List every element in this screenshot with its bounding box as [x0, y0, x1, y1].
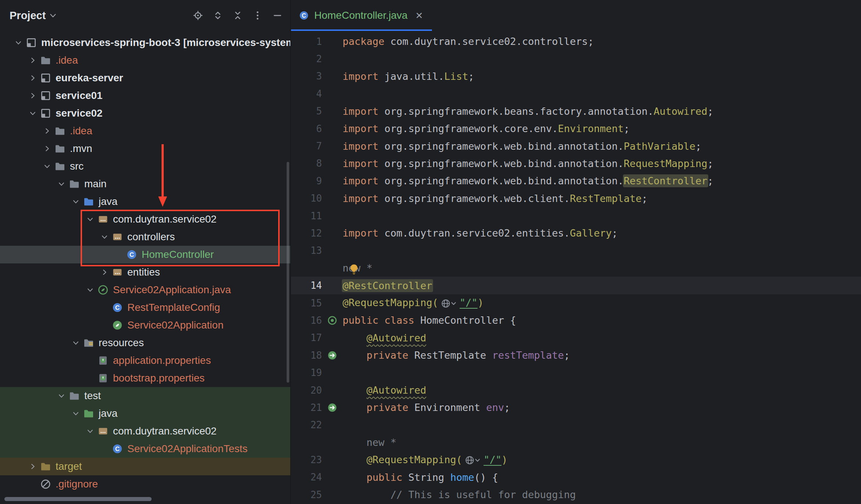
code-text[interactable]: @RequestMapping("/")	[343, 297, 483, 309]
tree-item-resttemplateconfig[interactable]: CRestTemplateConfig	[0, 299, 290, 316]
tree-horizontal-scrollbar[interactable]	[4, 497, 152, 501]
code-text[interactable]: new *	[343, 262, 372, 274]
chevron-right-icon[interactable]	[40, 142, 54, 155]
tree-item-com-duytran-service02[interactable]: com.duytran.service02	[0, 422, 290, 440]
code-text[interactable]: import org.springframework.web.bind.anno…	[343, 158, 713, 169]
code-text[interactable]: import org.springframework.web.client.Re…	[343, 193, 648, 204]
tree-item-java[interactable]: java	[0, 405, 290, 422]
expand-all-icon[interactable]	[212, 10, 223, 21]
code-text[interactable]: import java.util.List;	[343, 71, 474, 82]
intention-bulb-icon[interactable]	[348, 263, 360, 276]
autowired-gutter-icon[interactable]	[322, 350, 343, 361]
code-text[interactable]: import org.springframework.web.bind.anno…	[343, 175, 713, 187]
code-token: org.springframework.web.bind.annotation.	[379, 141, 624, 152]
tree-item-service02application-java[interactable]: Service02Application.java	[0, 281, 290, 299]
collapse-all-icon[interactable]	[232, 10, 243, 21]
hide-icon[interactable]	[272, 10, 283, 21]
code-text[interactable]: import com.duytran.service02.entities.Ga…	[343, 227, 618, 239]
code-token: RestTemplate	[570, 193, 642, 204]
code-text[interactable]: import org.springframework.beans.factory…	[343, 106, 713, 117]
url-mapping-inlay-icon[interactable]	[440, 298, 457, 309]
tree-item-eureka-server[interactable]: eureka-server	[0, 69, 290, 87]
code-token: import	[343, 71, 379, 82]
chevron-down-icon[interactable]	[68, 407, 83, 420]
code-text[interactable]: // This is useful for debugging	[343, 489, 576, 500]
code-text[interactable]: @RestController	[343, 280, 432, 291]
tree-item-test[interactable]: test	[0, 387, 290, 405]
tree-item-main[interactable]: main	[0, 175, 290, 193]
tree-item-service02applicationtests[interactable]: CService02ApplicationTests	[0, 440, 290, 458]
chevron-down-icon[interactable]	[68, 195, 83, 208]
code-text[interactable]: public String home() {	[343, 472, 498, 483]
tree-item-service02[interactable]: service02	[0, 104, 290, 122]
tree-item-homecontroller[interactable]: CHomeController	[0, 246, 290, 263]
spring-bean-gutter-icon[interactable]	[322, 315, 343, 326]
tree-vertical-scrollbar[interactable]	[287, 162, 289, 383]
tree-item-src[interactable]: src	[0, 157, 290, 175]
tree-item-label: Service02Application	[127, 319, 224, 331]
project-panel-title[interactable]: Project	[10, 10, 46, 22]
tree-item-label: controllers	[127, 231, 175, 243]
chevron-down-icon[interactable]	[25, 107, 40, 120]
code-text[interactable]: @RequestMapping("/")	[343, 454, 507, 466]
tree-item-idea[interactable]: .idea	[0, 52, 290, 69]
code-line-7: 7import org.springframework.web.bind.ann…	[291, 137, 861, 155]
chevron-down-icon[interactable]	[11, 36, 25, 49]
chevron-down-icon[interactable]	[54, 177, 68, 191]
code-token: org.springframework.web.bind.annotation.	[379, 158, 624, 169]
code-token: import	[343, 106, 379, 117]
tab-homecontroller-java[interactable]: C HomeController.java ✕	[291, 0, 432, 31]
tree-item-resources[interactable]: resources	[0, 334, 290, 352]
chevron-down-icon[interactable]	[83, 425, 97, 438]
tab-close-icon[interactable]: ✕	[415, 10, 423, 21]
tree-item-entities[interactable]: entities	[0, 263, 290, 281]
tree-item-label: java	[99, 196, 117, 207]
chevron-down-icon[interactable]	[40, 160, 54, 173]
code-text[interactable]: private RestTemplate restTemplate;	[343, 349, 570, 361]
chevron-down-icon[interactable]	[83, 213, 97, 226]
tree-item-idea[interactable]: .idea	[0, 122, 290, 140]
autowired-gutter-icon[interactable]	[322, 402, 343, 413]
url-mapping-inlay-icon[interactable]	[464, 455, 481, 466]
chevron-right-icon[interactable]	[97, 266, 111, 279]
tree-item-label: .idea	[70, 125, 92, 137]
more-icon[interactable]	[252, 10, 263, 21]
tree-item-target[interactable]: target	[0, 458, 290, 475]
code-text[interactable]: @Autowired	[343, 384, 426, 396]
tree-item-service01[interactable]: service01	[0, 87, 290, 104]
code-text[interactable]: import org.springframework.web.bind.anno…	[343, 141, 701, 152]
tree-item-microservices-spring-boot-3-microservices-system[interactable]: microservices-spring-boot-3 [microservic…	[0, 34, 290, 52]
code-text[interactable]: private Environment env;	[343, 402, 510, 413]
chevron-right-icon[interactable]	[25, 71, 40, 85]
tree-item-com-duytran-service02[interactable]: com.duytran.service02	[0, 210, 290, 228]
code-text[interactable]: package com.duytran.service02.controller…	[343, 36, 594, 47]
code-token: String	[403, 472, 450, 483]
code-text[interactable]: @Autowired	[343, 332, 426, 344]
chevron-right-icon[interactable]	[40, 124, 54, 138]
chevron-down-icon[interactable]	[97, 230, 111, 244]
code-line-19: 19	[291, 364, 861, 381]
tree-item-mvn[interactable]: .mvn	[0, 140, 290, 157]
chevron-right-icon[interactable]	[25, 89, 40, 102]
chevron-down-icon[interactable]	[54, 389, 68, 402]
tree-item-controllers[interactable]: controllers	[0, 228, 290, 246]
chevron-right-icon[interactable]	[25, 460, 40, 473]
locate-icon[interactable]	[192, 10, 203, 21]
chevron-right-icon[interactable]	[25, 54, 40, 67]
tree-item-java[interactable]: java	[0, 193, 290, 210]
tree-item-gitignore[interactable]: .gitignore	[0, 475, 290, 493]
chevron-down-icon[interactable]	[68, 336, 83, 349]
tree-item-bootstrap-properties[interactable]: bootstrap.properties	[0, 369, 290, 387]
code-text[interactable]: import org.springframework.core.env.Envi…	[343, 123, 630, 134]
code-editor[interactable]: 1package com.duytran.service02.controlle…	[291, 31, 861, 504]
code-text[interactable]: public class HomeController {	[343, 315, 516, 326]
code-text[interactable]: new *	[343, 437, 396, 448]
code-token	[343, 454, 366, 465]
line-number: 11	[291, 210, 322, 221]
chevron-down-icon[interactable]	[83, 283, 97, 297]
code-doc-line: new *	[291, 259, 861, 277]
code-line-23: 23 @RequestMapping("/")	[291, 451, 861, 468]
tree-item-service02application[interactable]: Service02Application	[0, 316, 290, 334]
tree-item-application-properties[interactable]: application.properties	[0, 352, 290, 369]
tree-item-label: com.duytran.service02	[113, 425, 217, 437]
